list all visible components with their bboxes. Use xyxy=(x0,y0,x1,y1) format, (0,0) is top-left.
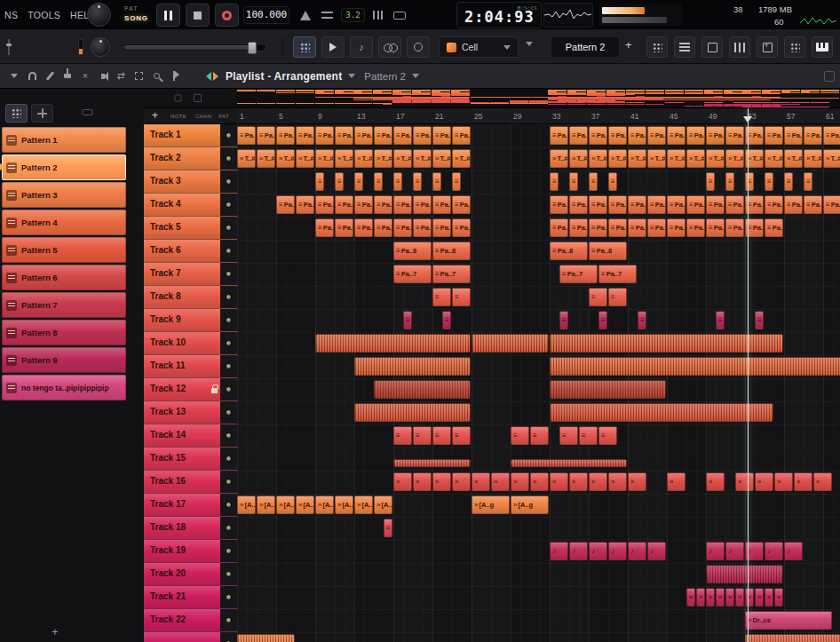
playlist-clip[interactable]: ≡Pa..1 xyxy=(257,126,275,145)
playlist-clip[interactable]: »T..#2 xyxy=(765,149,783,168)
playlist-clip[interactable]: » xyxy=(569,472,588,491)
playlist-clip[interactable]: ≡Pa..1 xyxy=(550,126,568,145)
playlist-clip[interactable]: ≡Pa..4 xyxy=(804,195,822,214)
mute-led[interactable] xyxy=(226,225,232,231)
playlist-clip[interactable]: ≡Pa..4 xyxy=(315,195,334,214)
mute-led[interactable] xyxy=(226,502,232,508)
level-meters[interactable] xyxy=(598,4,682,26)
playlist-clip[interactable]: »T..#2 xyxy=(413,149,432,168)
playlist-clip[interactable]: ≡ xyxy=(374,172,383,191)
playlist-clip[interactable]: »T..#2 xyxy=(784,149,803,168)
playlist-clip[interactable]: ≡ xyxy=(442,311,451,329)
playlist-clip[interactable]: ≡Pa..4 xyxy=(374,195,392,214)
playlist-clip[interactable]: »T..#2 xyxy=(823,149,840,168)
playlist-clip[interactable]: ≡Pa..7 xyxy=(432,265,471,283)
playlist-clip[interactable]: ≡Pa..5 xyxy=(432,218,451,237)
playlist-pattern-label[interactable]: Pattern 2 xyxy=(364,71,406,82)
playlist-clip[interactable]: » xyxy=(716,588,725,606)
playlist-clip[interactable]: » xyxy=(608,472,627,491)
playlist-clip[interactable]: ≡Pa..5 xyxy=(413,218,432,237)
playlist-clip[interactable]: ≡ xyxy=(530,426,549,445)
picker-grid-view-button[interactable] xyxy=(5,104,28,123)
playlist-clip[interactable]: »T..#2 xyxy=(237,149,256,168)
playlist-clip[interactable]: ≡Pa..8 xyxy=(589,242,627,260)
picker-pattern-3[interactable]: Pattern 3 xyxy=(2,182,126,208)
master-pitch-knob[interactable] xyxy=(91,37,110,57)
playlist-clip[interactable] xyxy=(393,459,471,467)
playlist-clip[interactable]: » xyxy=(628,472,646,491)
playlist-clip[interactable]: »T..#2 xyxy=(686,149,705,168)
playlist-clip[interactable]: ≡Pa..5 xyxy=(335,218,353,237)
playlist-clip[interactable] xyxy=(745,634,840,642)
playlist-clip[interactable] xyxy=(354,357,471,376)
playlist-clip[interactable]: ≡Pa..5 xyxy=(628,218,646,237)
playlist-clip[interactable]: »T..#2 xyxy=(452,149,471,168)
playlist-clip[interactable]: »[A..g xyxy=(335,495,353,514)
playlist-clip[interactable]: ≡Pa..5 xyxy=(647,218,666,237)
playlist-clip[interactable]: ≡Pa..5 xyxy=(765,218,783,237)
master-volume-slider[interactable] xyxy=(123,44,266,52)
playlist-clip[interactable]: » xyxy=(765,588,773,606)
playlist-clip[interactable]: » xyxy=(413,472,432,491)
typing-keyboard-icon[interactable] xyxy=(392,9,407,21)
chevron-down-icon[interactable] xyxy=(348,74,355,78)
playlist-clip[interactable]: ≡Pa..4 xyxy=(686,195,705,214)
playlist-clip[interactable] xyxy=(550,357,840,376)
playlist-clip[interactable]: ≡Pa..5 xyxy=(608,218,627,237)
menu-item-options[interactable]: NS xyxy=(4,10,18,20)
mute-led[interactable] xyxy=(226,594,232,600)
playlist-clip[interactable]: ≡Pa..1 xyxy=(374,126,392,145)
playlist-clip[interactable]: »T..#2 xyxy=(335,149,353,168)
playlist-clip[interactable]: ≡Pa..5 xyxy=(706,218,725,237)
playlist-clip[interactable] xyxy=(237,634,295,642)
mute-led[interactable] xyxy=(226,432,232,439)
col-chan-label[interactable]: CHAN xyxy=(195,114,212,119)
playlist-minimap[interactable] xyxy=(237,89,840,108)
playlist-clip[interactable]: ≡Pa..5 xyxy=(452,218,471,237)
playlist-clip[interactable]: ≡ xyxy=(384,519,392,537)
zoom-icon[interactable] xyxy=(148,68,164,84)
piano-roll-button[interactable] xyxy=(674,36,695,58)
col-note-label[interactable]: NOTE xyxy=(170,114,186,119)
playlist-clip[interactable]: ≡ xyxy=(706,172,715,191)
playlist-clip[interactable]: ≡Pa..1 xyxy=(823,126,840,145)
playlist-clip[interactable]: ♪ xyxy=(647,542,666,560)
metronome-icon[interactable] xyxy=(298,9,313,21)
playlist-grid[interactable]: ≡Pa..1≡Pa..1≡Pa..1≡Pa..1≡Pa..1≡Pa..1≡Pa.… xyxy=(237,124,840,642)
playlist-clip[interactable]: »T..#2 xyxy=(647,149,666,168)
playlist-clip[interactable]: ♪ xyxy=(784,542,803,560)
mute-led[interactable] xyxy=(226,571,232,577)
mute-led[interactable] xyxy=(226,617,232,623)
playlist-clip[interactable]: ≡Pa..4 xyxy=(276,195,295,214)
playlist-clip[interactable]: ≡Pa..1 xyxy=(354,126,373,145)
playlist-clip[interactable]: »T..#2 xyxy=(804,149,822,168)
playlist-clip[interactable]: ≡Pa..4 xyxy=(608,195,627,214)
playlist-clip[interactable]: ≡Pa..1 xyxy=(804,126,822,145)
playlist-clip[interactable]: ≡ xyxy=(511,426,529,445)
playlist-clip[interactable]: ≡ xyxy=(608,172,617,191)
playlist-options-icon[interactable] xyxy=(824,71,835,82)
track-header-12[interactable]: Track 12 xyxy=(144,378,237,401)
playlist-clip[interactable] xyxy=(472,334,549,353)
playlist-clip[interactable]: ♪ xyxy=(550,542,568,560)
hint-slider-icon[interactable] xyxy=(5,39,12,55)
playlist-clip[interactable]: »[A..g xyxy=(374,495,392,514)
track-header-14[interactable]: Track 14 xyxy=(144,424,237,448)
picker-pattern-7[interactable]: Pattern 7 xyxy=(2,292,126,318)
playlist-clip[interactable]: ≡ xyxy=(413,172,422,191)
playlist-clip[interactable]: ≡Pa..4 xyxy=(296,195,314,214)
note-tool-button[interactable]: ♪ xyxy=(350,36,373,58)
add-track-button[interactable]: + xyxy=(152,109,158,122)
playlist-clip[interactable]: »T..#2 xyxy=(589,149,607,168)
playlist-clip[interactable]: ≡ xyxy=(569,172,578,191)
track-header-3[interactable]: Track 3 xyxy=(144,170,237,194)
playlist-clip[interactable]: ≡ xyxy=(452,426,471,445)
record-button[interactable] xyxy=(215,4,239,27)
playlist-clip[interactable]: » xyxy=(755,472,773,491)
track-header-16[interactable]: Track 16 xyxy=(144,471,237,494)
playlist-clip[interactable]: ≡Pa..1 xyxy=(706,126,725,145)
select-icon[interactable] xyxy=(131,68,147,84)
playlist-clip[interactable]: ≡ xyxy=(755,311,764,329)
playlist-clip[interactable]: ≡ xyxy=(589,288,607,306)
playlist-clip[interactable]: ≡Pa..1 xyxy=(413,126,432,145)
